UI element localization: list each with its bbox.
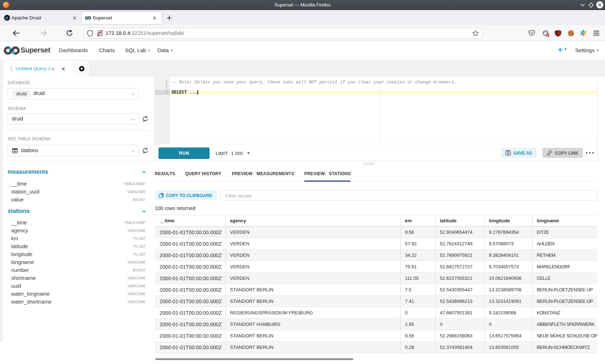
svg-text:d: d [5, 16, 8, 20]
